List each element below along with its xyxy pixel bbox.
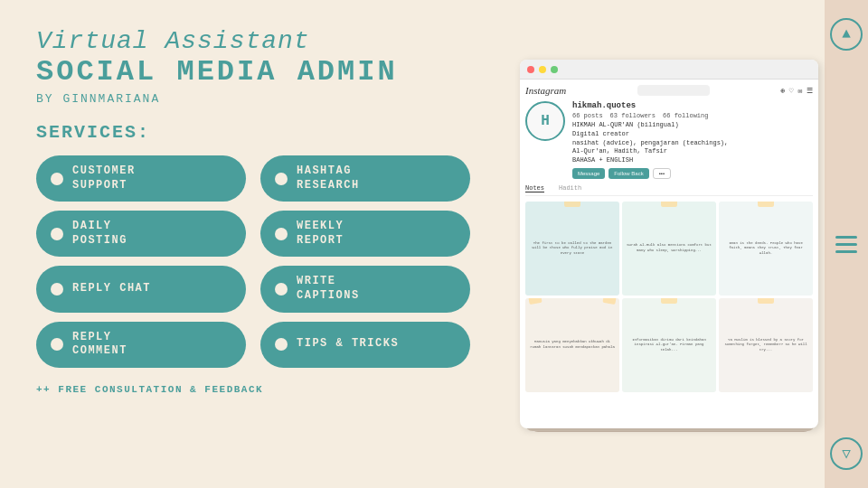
nav-up-arrow[interactable]: ▲ [830,18,863,51]
post-text: Ya Muslim is blessed by a Story for some… [719,335,813,356]
service-pill-write-captions[interactable]: WRITECAPTIONS [260,266,470,312]
title-line2: SOCIAL MEDIA ADMIN [36,55,470,89]
ig-post-2: Surah Al-Mulk also mentions comfort but … [622,202,716,296]
main-container: Virtual Assistant SOCIAL MEDIA ADMIN by … [0,0,868,488]
followers-count: 63 followers [610,112,656,119]
ig-post-5: Informasikan dirimu dari keindahan inspi… [622,298,716,392]
pill-dot [51,173,63,185]
tab-hadith[interactable]: Hadith [559,184,581,192]
nav-down-arrow[interactable]: ▽ [830,437,863,470]
pill-label: TIPS & TRICKS [297,337,399,352]
service-pill-reply-chat[interactable]: REPLY CHAT [36,266,246,312]
post-tape [661,202,677,207]
pill-dot [51,283,63,296]
up-arrow-icon: ▲ [842,26,851,42]
pill-dot [51,338,63,351]
bio-name: HIKMAH AL-QUR'AN (bilingual) [572,121,813,130]
services-grid: CUSTOMERSUPPORT HASHTAGRESEARCH DAILYPOS… [36,155,470,368]
bio-line4: Al-Qur'an, Hadith, Tafsir [572,147,813,156]
nav-bar-3 [835,250,857,253]
pill-label: REPLY CHAT [72,282,151,296]
post-tape-right [602,298,616,305]
ig-header: Instagram ⊕ ♡ ✉ ☰ [525,85,813,96]
post-tape [758,298,774,304]
browser-titlebar [520,60,818,80]
subtitle: by GINNMARIANA [36,92,470,106]
post-tape-left [528,298,542,305]
follow-back-button[interactable]: Follow Back [609,168,648,179]
services-label: SERVICES: [36,122,470,143]
profile-info: hikmah.quotes 66 posts 63 followers 66 f… [572,101,813,179]
bio-line1: Digital creator [572,130,813,139]
ig-posts-grid: The first to be called to the Garden wil… [525,202,813,392]
ig-post-4: Manusia yang menyebabkan ukhuwah di ruma… [525,298,619,392]
service-pill-customer-support[interactable]: CUSTOMERSUPPORT [36,155,246,202]
title-section: Virtual Assistant SOCIAL MEDIA ADMIN by … [36,27,470,106]
posts-count: 66 posts [572,112,603,119]
post-tape [564,202,580,207]
pill-dot [275,228,288,240]
ig-post-6: Ya Muslim is blessed by a Story for some… [719,298,813,392]
more-button[interactable]: ••• [653,168,671,179]
post-tape [661,298,677,304]
pill-dot [51,228,63,240]
tab-notes[interactable]: Notes [525,184,544,192]
dot-green [551,66,558,73]
pill-dot [275,173,288,185]
nav-menu [835,236,857,253]
right-content: Instagram ⊕ ♡ ✉ ☰ H hikmah.quotes 66 pos… [488,0,868,488]
dot-red [527,66,534,73]
side-nav: ▲ ▽ [825,0,868,488]
pill-label: WEEKLYREPORT [297,220,344,248]
pill-label: REPLYCOMMENT [72,331,127,359]
profile-section: H hikmah.quotes 66 posts 63 followers 66… [525,101,813,179]
profile-name: hikmah.quotes [572,101,813,110]
message-button[interactable]: Message [572,168,605,179]
ig-content: Instagram ⊕ ♡ ✉ ☰ H hikmah.quotes 66 pos… [520,80,818,398]
service-pill-tips-tricks[interactable]: TIPS & TRICKS [260,322,470,368]
post-text: Manusia yang menyebabkan ukhuwah di ruma… [525,337,619,352]
service-pill-hashtag-research[interactable]: HASHTAGRESEARCH [260,155,470,202]
post-text: Iman is the deeds. People who have faith… [719,239,813,259]
pill-label: DAILYPOSTING [72,220,127,248]
title-line1: Virtual Assistant [36,27,470,55]
pill-dot [275,338,288,351]
nav-bar-2 [835,243,857,246]
post-text: Informasikan dirimu dari keindahan inspi… [622,335,716,356]
pill-dot [275,283,288,296]
profile-stats: 66 posts 63 followers 66 following [572,112,813,119]
browser-window: Instagram ⊕ ♡ ✉ ☰ H hikmah.quotes 66 pos… [520,60,818,428]
profile-bio: HIKMAH AL-QUR'AN (bilingual) Digital cre… [572,121,813,165]
nav-bar-1 [835,236,857,239]
post-text: Surah Al-Mulk also mentions comfort but … [622,240,716,256]
avatar: H [525,101,565,141]
service-pill-daily-posting[interactable]: DAILYPOSTING [36,211,246,257]
ig-icons: ⊕ ♡ ✉ ☰ [780,87,813,95]
browser-outer: Instagram ⊕ ♡ ✉ ☰ H hikmah.quotes 66 pos… [520,60,827,428]
ig-search-bar [637,85,710,96]
post-text: The first to be called to the Garden wil… [525,239,619,259]
pill-label: WRITECAPTIONS [297,275,360,303]
ig-logo: Instagram [525,85,566,96]
post-tape [758,202,774,207]
ig-post-3: Iman is the deeds. People who have faith… [719,202,813,296]
service-pill-reply-comment[interactable]: REPLYCOMMENT [36,322,246,368]
ig-tabs: Notes Hadith [525,184,813,196]
dot-yellow [539,66,546,73]
bio-line3: nasihat (advice), pengajaran (teachings)… [572,139,813,148]
profile-buttons: Message Follow Back ••• [572,168,813,179]
following-count: 66 following [663,112,708,119]
pill-label: CUSTOMERSUPPORT [72,164,136,192]
left-content: Virtual Assistant SOCIAL MEDIA ADMIN by … [0,0,488,488]
bio-line5: BAHASA + ENGLISH [572,156,813,165]
service-pill-weekly-report[interactable]: WEEKLYREPORT [260,211,470,257]
ig-post-1: The first to be called to the Garden wil… [525,202,619,296]
footer-text: ++ FREE CONSULTATION & FEEDBACK [36,384,470,395]
pill-label: HASHTAGRESEARCH [297,164,360,192]
down-arrow-icon: ▽ [842,445,851,463]
